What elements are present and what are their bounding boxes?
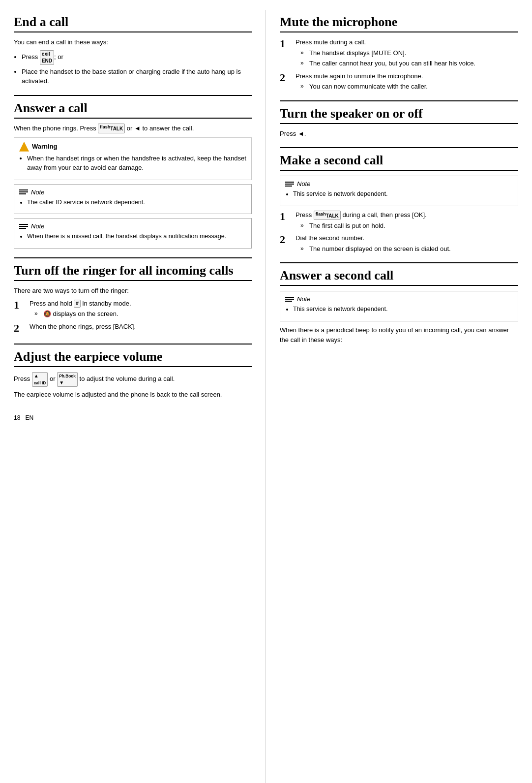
mute-sub-text-3: You can now communicate with the caller. <box>309 82 428 92</box>
page: End a call You can end a call in these w… <box>0 0 532 783</box>
section-turn-off-ringer: Turn off the ringer for all incoming cal… <box>14 263 252 335</box>
answer-call-intro: When the phone rings. Press flashTALK or… <box>14 124 252 133</box>
section-adjust-volume: Adjust the earpiece volume Press ▲call I… <box>14 349 252 400</box>
sc-step-content-1: Press flashTALK during a call, then pres… <box>296 210 518 231</box>
note-line-11 <box>285 299 294 300</box>
list-item: When there is a missed call, the handset… <box>27 232 246 241</box>
note-label-4: Note <box>297 295 310 303</box>
note-line-12 <box>285 301 292 302</box>
warning-box: Warning When the handset rings or when t… <box>14 137 252 180</box>
step-1-mute: 1 Press mute during a call. » The handse… <box>280 37 518 68</box>
note-icon-3 <box>285 181 294 188</box>
ringer-intro: There are two ways to turn off the ringe… <box>14 286 252 296</box>
arrow-icon-sc2: » <box>300 244 309 254</box>
section-title-answer-second: Answer a second call <box>280 268 518 286</box>
note-icon-4 <box>285 296 294 303</box>
volume-para-2: The earpiece volume is adjusted and the … <box>14 390 252 400</box>
sc-sub-text-1: The first call is put on hold. <box>309 221 385 231</box>
step-2-second-call: 2 Dial the second number. » The number d… <box>280 233 518 253</box>
note-line-1 <box>19 189 28 190</box>
sc-sub-2-1: » The number displayed on the screen is … <box>300 244 518 254</box>
note-box-caller-id: Note The caller ID service is network de… <box>14 184 252 215</box>
sc-step-content-2: Dial the second number. » The number dis… <box>296 233 518 253</box>
note-box-missed-call: Note When there is a missed call, the ha… <box>14 218 252 249</box>
mute-step-content-1: Press mute during a call. » The handset … <box>296 37 518 68</box>
mute-step-num-1: 1 <box>280 37 293 68</box>
step-content-2: When the phone rings, press [BACK]. <box>30 322 252 335</box>
sub-step-1-1: » 🔕 displays on the screen. <box>34 309 252 319</box>
sub-step-text-1: 🔕 displays on the screen. <box>43 309 118 319</box>
note-line-10 <box>285 297 294 298</box>
section-title-ringer: Turn off the ringer for all incoming cal… <box>14 263 252 281</box>
hash-key: # <box>74 300 81 308</box>
arrow-icon-m2: » <box>300 59 309 68</box>
end-a-call-bullets: Press exitEND; or Place the handset to t… <box>22 50 252 86</box>
section-title-second-call: Make a second call <box>280 153 518 171</box>
note-label-1: Note <box>31 188 44 196</box>
sc-step-num-2: 2 <box>280 233 293 253</box>
down-key: Ph.Book▼ <box>57 372 78 387</box>
section-answer-a-call: Answer a call When the phone rings. Pres… <box>14 101 252 249</box>
warning-label: Warning <box>32 143 58 150</box>
note-line-7 <box>285 182 294 183</box>
mute-step-content-2: Press mute again to unmute the microphon… <box>296 71 518 92</box>
warning-header: Warning <box>19 142 246 152</box>
list-item: When the handset rings or when the hands… <box>27 154 246 173</box>
note-line-4 <box>19 224 28 225</box>
note-header-2: Note <box>19 222 246 230</box>
step-2-ringer: 2 When the phone rings, press [BACK]. <box>14 322 252 335</box>
note-line-3 <box>19 193 26 194</box>
answer-second-intro: When there is a periodical beep to notif… <box>280 325 518 345</box>
note-line-6 <box>19 228 26 229</box>
left-column: End a call You can end a call in these w… <box>0 10 266 783</box>
divider-volume <box>14 344 252 345</box>
section-speaker: Turn the speaker on or off Press ◄. <box>280 106 518 139</box>
section-title-speaker: Turn the speaker on or off <box>280 106 518 124</box>
list-item: The caller ID service is network depende… <box>27 198 246 207</box>
mute-step-num-2: 2 <box>280 71 293 92</box>
talk-key: flashTALK <box>98 124 125 133</box>
note-icon-2 <box>19 223 28 230</box>
divider-answer-call <box>14 95 252 96</box>
list-item: This service is network dependent. <box>293 305 513 314</box>
mute-sub-text-2: The caller cannot hear you, but you can … <box>309 59 475 68</box>
section-title-end-a-call: End a call <box>14 15 252 32</box>
note-header-4: Note <box>285 295 513 303</box>
divider-speaker <box>280 100 518 101</box>
note-box-second-call: Note This service is network dependent. <box>280 176 518 206</box>
right-column: Mute the microphone 1 Press mute during … <box>266 10 532 783</box>
exit-key: exitEND <box>40 50 54 65</box>
speaker-intro: Press ◄. <box>280 129 518 139</box>
mute-sub-1-2: » The caller cannot hear you, but you ca… <box>300 59 518 68</box>
arrow-icon-sc1: » <box>300 221 309 231</box>
section-title-mute: Mute the microphone <box>280 15 518 32</box>
speaker-button-ref: ◄ <box>298 130 304 137</box>
note-line-2 <box>19 191 28 192</box>
end-a-call-intro: You can end a call in these ways: <box>14 37 252 47</box>
note-line-5 <box>19 226 28 227</box>
step-2-mute: 2 Press mute again to unmute the microph… <box>280 71 518 92</box>
note-list-1: The caller ID service is network depende… <box>27 198 246 207</box>
note-box-answer-second: Note This service is network dependent. <box>280 291 518 321</box>
warning-icon <box>19 142 29 152</box>
sc-sub-text-2: The number displayed on the screen is di… <box>309 244 451 254</box>
warning-list: When the handset rings or when the hands… <box>27 154 246 173</box>
note-label-2: Note <box>31 222 44 230</box>
sc-sub-1-1: » The first call is put on hold. <box>300 221 518 231</box>
step-1-ringer: 1 Press and hold # in standby mode. » 🔕 … <box>14 299 252 319</box>
note-line-8 <box>285 184 294 185</box>
note-label-3: Note <box>297 180 310 188</box>
step-num-1: 1 <box>14 299 27 319</box>
note-list-2: When there is a missed call, the handset… <box>27 232 246 241</box>
sc-step-num-1: 1 <box>280 210 293 231</box>
mute-sub-1-1: » The handset displays [MUTE ON]. <box>300 48 518 58</box>
step-num-2: 2 <box>14 322 27 335</box>
mute-sub-2-1: » You can now communicate with the calle… <box>300 82 518 92</box>
mute-sub-text-1: The handset displays [MUTE ON]. <box>309 48 406 58</box>
note-icon <box>19 188 28 195</box>
up-key: ▲call ID <box>32 372 48 387</box>
note-header-3: Note <box>285 180 513 188</box>
volume-para-1: Press ▲call ID or Ph.Book▼ to adjust the… <box>14 372 252 387</box>
step-1-second-call: 1 Press flashTALK during a call, then pr… <box>280 210 518 231</box>
divider-ringer <box>14 257 252 258</box>
